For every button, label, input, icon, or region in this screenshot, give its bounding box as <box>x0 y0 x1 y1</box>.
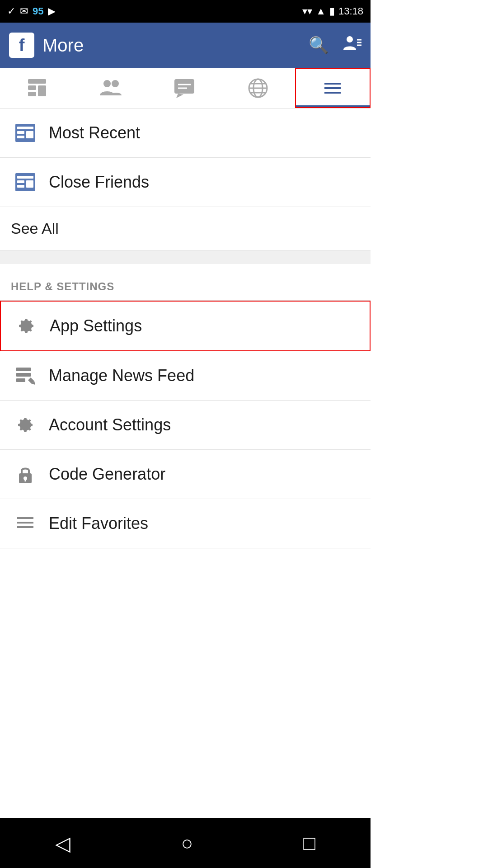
edit-favorites-item[interactable]: Edit Favorites <box>0 499 371 548</box>
close-friends-item[interactable]: Close Friends <box>0 158 371 207</box>
svg-point-8 <box>103 80 111 87</box>
svg-rect-25 <box>26 131 33 138</box>
status-bar-left: ✓ ✉ 95 ▶ <box>7 5 56 17</box>
status-bar: ✓ ✉ 95 ▶ ▾▾ ▲ ▮ 13:18 <box>0 0 371 23</box>
app-settings-label: App Settings <box>50 316 142 335</box>
svg-rect-30 <box>26 180 33 188</box>
top-nav-actions: 🔍 <box>309 33 361 57</box>
recent-apps-button[interactable]: □ <box>303 832 315 854</box>
help-settings-header: HELP & SETTINGS <box>0 264 371 301</box>
manage-feed-icon <box>11 361 40 390</box>
back-button[interactable]: ◁ <box>55 832 70 855</box>
tab-messages[interactable] <box>147 68 221 108</box>
close-friends-label: Close Friends <box>49 173 149 192</box>
tab-globe[interactable] <box>221 68 295 108</box>
app-settings-gear-icon <box>12 311 41 340</box>
close-friends-icon <box>11 168 40 197</box>
app-settings-item[interactable]: App Settings <box>0 301 371 351</box>
tab-newsfeed[interactable] <box>0 68 74 108</box>
most-recent-item[interactable]: Most Recent <box>0 108 371 158</box>
code-generator-item[interactable]: Code Generator <box>0 450 371 499</box>
svg-rect-4 <box>28 79 46 84</box>
home-button[interactable]: ○ <box>181 832 193 854</box>
edit-favorites-icon <box>11 509 40 538</box>
facebook-logo: f <box>9 33 34 58</box>
svg-point-9 <box>112 80 119 87</box>
svg-rect-24 <box>17 136 24 138</box>
status-bar-right: ▾▾ ▲ ▮ 13:18 <box>302 5 363 17</box>
battery-icon: ▮ <box>329 5 335 17</box>
manage-news-feed-label: Manage News Feed <box>49 366 194 385</box>
tab-more[interactable] <box>295 68 371 108</box>
fb-logo-letter: f <box>19 36 25 55</box>
svg-rect-7 <box>38 85 46 96</box>
manage-news-feed-item[interactable]: Manage News Feed <box>0 351 371 401</box>
home-icon: ○ <box>181 832 193 854</box>
svg-rect-31 <box>16 368 31 371</box>
top-nav-bar: f More 🔍 <box>0 23 371 68</box>
svg-rect-28 <box>17 180 24 183</box>
account-gear-icon <box>11 410 40 439</box>
wifi-icon: ▾▾ <box>302 5 312 17</box>
section-spacer <box>0 250 371 264</box>
notification-count: 95 <box>33 5 43 17</box>
svg-rect-5 <box>28 85 36 90</box>
signal-icon: ▲ <box>316 5 326 17</box>
tab-bar <box>0 68 371 108</box>
account-settings-label: Account Settings <box>49 415 171 434</box>
svg-rect-33 <box>16 378 25 382</box>
content-area: Most Recent Close Friends See All HELP &… <box>0 108 371 818</box>
svg-point-0 <box>347 36 353 42</box>
account-settings-item[interactable]: Account Settings <box>0 401 371 450</box>
svg-rect-22 <box>17 127 33 129</box>
mail-icon: ✉ <box>20 5 28 17</box>
page-title: More <box>42 35 309 56</box>
svg-rect-27 <box>17 176 33 179</box>
time-display: 13:18 <box>338 5 363 17</box>
play-icon: ▶ <box>48 5 56 17</box>
lock-icon <box>11 460 40 489</box>
check-icon: ✓ <box>7 5 15 17</box>
code-generator-label: Code Generator <box>49 465 165 484</box>
svg-rect-23 <box>17 131 24 134</box>
svg-rect-29 <box>17 185 24 188</box>
search-icon[interactable]: 🔍 <box>309 36 329 55</box>
tab-friends[interactable] <box>74 68 147 108</box>
svg-rect-32 <box>16 373 31 377</box>
svg-rect-6 <box>28 92 36 96</box>
most-recent-label: Most Recent <box>49 123 140 142</box>
back-icon: ◁ <box>55 832 70 855</box>
recent-apps-icon: □ <box>303 832 315 854</box>
see-all-link[interactable]: See All <box>0 207 371 250</box>
bottom-nav-bar: ◁ ○ □ <box>0 818 371 868</box>
contacts-icon[interactable] <box>342 33 361 57</box>
edit-favorites-label: Edit Favorites <box>49 514 148 533</box>
svg-rect-10 <box>174 79 194 94</box>
most-recent-icon <box>11 118 40 147</box>
